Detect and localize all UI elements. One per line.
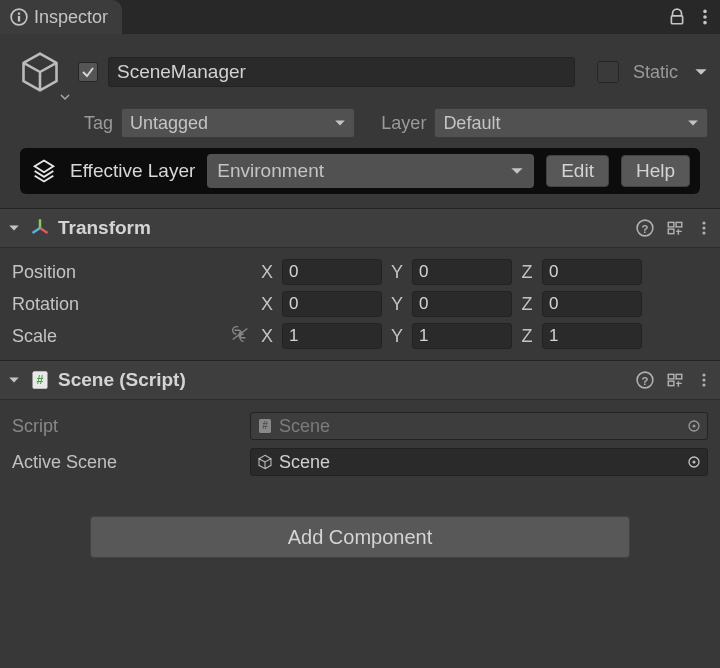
svg-text:#: # (37, 373, 44, 387)
svg-point-4 (703, 10, 707, 14)
static-label: Static (633, 62, 678, 83)
static-checkbox[interactable] (597, 61, 619, 83)
check-icon (81, 65, 95, 79)
effective-layer-value: Environment (217, 160, 324, 182)
position-x-input[interactable] (282, 259, 382, 285)
svg-rect-22 (668, 381, 674, 386)
scene-script-body: Script # Scene Active Scene Scene (0, 400, 720, 488)
script-value: Scene (279, 416, 330, 437)
tab-title: Inspector (34, 7, 108, 28)
script-label: Script (12, 416, 242, 437)
effective-layer-dropdown[interactable]: Environment (207, 154, 534, 188)
tab-bar: Inspector (0, 0, 720, 34)
scale-x-input[interactable] (282, 323, 382, 349)
position-label: Position (12, 262, 222, 283)
svg-point-29 (693, 425, 696, 428)
scene-script-header[interactable]: # Scene (Script) ? (0, 360, 720, 400)
svg-rect-3 (671, 16, 682, 24)
svg-rect-1 (18, 16, 20, 22)
object-picker-button[interactable] (685, 417, 703, 435)
tag-dropdown[interactable]: Untagged (121, 108, 355, 138)
cube-icon (257, 454, 273, 470)
gameobject-name-input[interactable] (108, 57, 575, 87)
effective-layer-bar: Effective Layer Environment Edit Help (20, 148, 700, 194)
info-icon (10, 8, 28, 26)
axis-y-label: Y (388, 262, 406, 283)
gameobject-icon-picker[interactable] (12, 44, 68, 100)
script-field: # Scene (250, 412, 708, 440)
rotation-label: Rotation (12, 294, 222, 315)
axis-x-label: X (258, 262, 276, 283)
chevron-down-icon (60, 92, 70, 102)
svg-text:?: ? (642, 375, 649, 387)
inspector-tab[interactable]: Inspector (0, 0, 122, 34)
script-icon: # (30, 370, 50, 390)
axis-z-label: Z (518, 262, 536, 283)
preset-icon[interactable] (666, 219, 684, 237)
transform-body: Position X Y Z Rotation X Y Z Scale X Y … (0, 248, 720, 360)
effective-edit-button[interactable]: Edit (546, 155, 609, 187)
foldout-caret-icon (8, 222, 22, 234)
svg-text:?: ? (642, 223, 649, 235)
effective-layer-label: Effective Layer (70, 160, 195, 182)
position-y-input[interactable] (412, 259, 512, 285)
target-icon (687, 419, 701, 433)
svg-rect-2 (18, 13, 20, 15)
active-scene-label: Active Scene (12, 452, 242, 473)
active-scene-value: Scene (279, 452, 330, 473)
transform-icon (30, 218, 50, 238)
cube-icon (18, 50, 62, 94)
svg-point-24 (702, 378, 705, 381)
rotation-y-input[interactable] (412, 291, 512, 317)
position-z-input[interactable] (542, 259, 642, 285)
rotation-z-input[interactable] (542, 291, 642, 317)
svg-rect-9 (668, 222, 674, 227)
scale-z-input[interactable] (542, 323, 642, 349)
preset-icon[interactable] (666, 371, 684, 389)
link-off-icon (229, 326, 251, 342)
chevron-down-icon (334, 117, 346, 129)
svg-rect-20 (668, 374, 674, 379)
svg-point-25 (702, 383, 705, 386)
scale-y-input[interactable] (412, 323, 512, 349)
svg-point-31 (693, 461, 696, 464)
svg-rect-10 (676, 222, 682, 227)
layer-label: Layer (381, 113, 426, 134)
kebab-menu-icon[interactable] (696, 8, 714, 26)
lock-icon[interactable] (668, 8, 686, 26)
add-component-button[interactable]: Add Component (90, 516, 630, 558)
svg-point-12 (702, 221, 705, 224)
rotation-x-input[interactable] (282, 291, 382, 317)
tag-value: Untagged (130, 113, 208, 134)
tag-label: Tag (84, 113, 113, 134)
target-icon (687, 455, 701, 469)
svg-point-5 (703, 15, 707, 19)
static-dropdown-caret-icon[interactable] (694, 65, 708, 79)
constrain-proportions-toggle[interactable] (228, 326, 252, 347)
kebab-menu-icon[interactable] (696, 220, 712, 236)
transform-header[interactable]: Transform ? (0, 208, 720, 248)
layer-dropdown[interactable]: Default (434, 108, 708, 138)
position-row: Position X Y Z (12, 256, 708, 288)
active-scene-field[interactable]: Scene (250, 448, 708, 476)
help-icon[interactable]: ? (636, 219, 654, 237)
svg-rect-11 (668, 229, 674, 234)
svg-rect-21 (676, 374, 682, 379)
svg-point-13 (702, 226, 705, 229)
layers-icon (30, 157, 58, 185)
scene-script-title: Scene (Script) (58, 369, 186, 391)
svg-point-6 (703, 21, 707, 25)
scale-label: Scale (12, 326, 222, 347)
svg-point-14 (702, 231, 705, 234)
transform-title: Transform (58, 217, 151, 239)
svg-text:#: # (262, 420, 268, 431)
foldout-caret-icon (8, 374, 22, 386)
object-picker-button[interactable] (685, 453, 703, 471)
layer-value: Default (443, 113, 500, 134)
effective-help-button[interactable]: Help (621, 155, 690, 187)
chevron-down-icon (687, 117, 699, 129)
enabled-checkbox[interactable] (78, 62, 98, 82)
chevron-down-icon (510, 164, 524, 178)
kebab-menu-icon[interactable] (696, 372, 712, 388)
help-icon[interactable]: ? (636, 371, 654, 389)
